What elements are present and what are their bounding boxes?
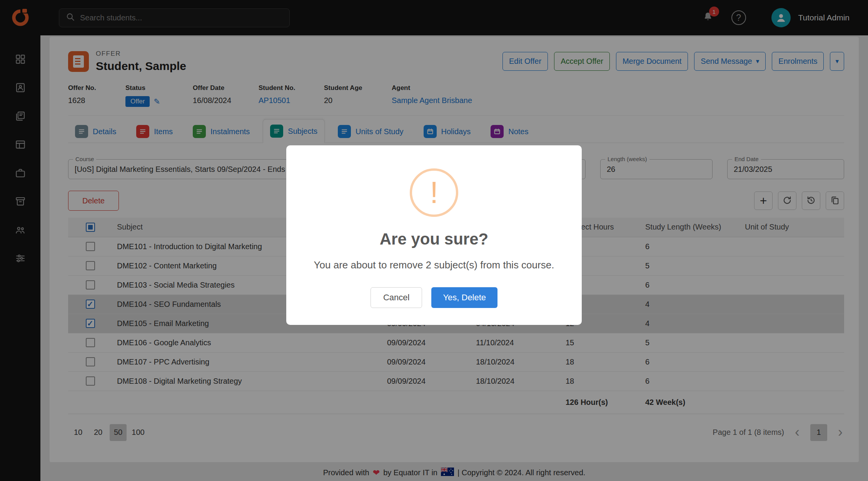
cancel-button[interactable]: Cancel	[371, 287, 422, 308]
dialog-message: You are about to remove 2 subject(s) fro…	[305, 259, 563, 271]
dialog-actions: Cancel Yes, Delete	[305, 287, 563, 308]
confirm-dialog: ! Are you sure? You are about to remove …	[286, 145, 582, 325]
dialog-title: Are you sure?	[305, 230, 563, 248]
confirm-delete-button[interactable]: Yes, Delete	[431, 287, 497, 308]
warning-icon: !	[410, 168, 458, 217]
